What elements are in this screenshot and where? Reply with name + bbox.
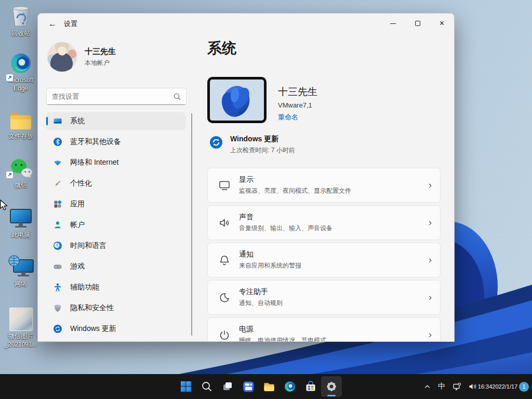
settings-button[interactable] [321, 376, 342, 397]
settings-window: ← 设置 × 十三先生 本地帐户 [37, 13, 455, 342]
profile[interactable]: 十三先生 本地帐户 [47, 42, 116, 72]
notification-badge[interactable]: 1 [519, 382, 529, 392]
back-button[interactable]: ← [44, 17, 61, 31]
card-title: 专注助手 [239, 287, 283, 297]
store-button[interactable] [300, 376, 321, 397]
chevron-right-icon: › [429, 329, 432, 340]
widgets-icon [243, 381, 255, 393]
rename-link[interactable]: 重命名 [278, 113, 298, 122]
window-title: 设置 [64, 19, 77, 29]
sidebar-item-label: 蓝牙和其他设备 [70, 137, 121, 147]
card-power[interactable]: 电源 睡眠、电池使用情况、节电模式 › [207, 317, 441, 342]
network-icon [453, 382, 462, 391]
sidebar-item-label: 系统 [70, 116, 85, 126]
task-view-icon [222, 381, 233, 392]
edge-icon [9, 52, 32, 75]
sidebar-item-system[interactable]: 系统 [46, 112, 185, 130]
search-button[interactable] [196, 376, 217, 397]
edge-button[interactable] [280, 376, 300, 397]
this-pc-icon [8, 207, 33, 230]
sidebar-item-privacy-security[interactable]: 隐私和安全性 [46, 299, 185, 317]
sidebar-item-windows-update[interactable]: Windows 更新 [46, 320, 185, 338]
sidebar-item-network-internet[interactable]: 网络和 Internet [46, 154, 185, 171]
desktop-icon-label-line2: Edge [14, 85, 28, 92]
edge-icon [284, 380, 296, 393]
shield-icon [53, 303, 62, 313]
windows-update-row[interactable]: Windows 更新 上次检查时间: 7 小时前 [209, 135, 295, 155]
sidebar-item-apps[interactable]: 应用 [46, 195, 185, 213]
image-thumbnail [9, 308, 33, 331]
sidebar-nav: 系统 蓝牙和其他设备 网络和 Internet [46, 112, 185, 341]
sidebar-item-label: 帐户 [70, 220, 85, 230]
folder-icon [9, 109, 33, 131]
card-desc: 通知、自动规则 [239, 299, 283, 308]
file-explorer-button[interactable] [259, 376, 280, 397]
person-icon [53, 220, 62, 230]
brush-icon [53, 179, 62, 188]
card-desc: 音量级别、输出、输入、声音设备 [239, 224, 332, 233]
search-input[interactable] [47, 92, 174, 100]
widgets-button[interactable] [238, 376, 259, 397]
card-display[interactable]: 显示 监视器、亮度、夜间模式、显示配置文件 › [207, 168, 441, 203]
windows-logo-icon [180, 380, 192, 393]
card-sound[interactable]: 声音 音量级别、输出、输入、声音设备 › [207, 205, 441, 240]
wifi-icon [53, 158, 62, 167]
start-button[interactable] [176, 376, 196, 397]
card-desc: 睡眠、电池使用情况、节电模式 [239, 336, 326, 342]
chevron-right-icon: › [429, 291, 432, 303]
sidebar-scrollbar[interactable] [191, 113, 192, 336]
task-view-button[interactable] [217, 376, 238, 397]
profile-type: 本地帐户 [85, 59, 116, 68]
card-focus-assist[interactable]: 专注助手 通知、自动规则 › [207, 280, 441, 315]
desktop-icon-label: 微信图片 [8, 332, 33, 340]
card-desc: 来自应用和系统的警报 [239, 261, 301, 270]
clock[interactable]: 16:34 2022/1/17 [481, 376, 515, 397]
gear-icon [326, 381, 337, 392]
desktop-icon-label: 网络 [15, 280, 27, 287]
sidebar-item-label: 时间和语言 [70, 241, 107, 250]
sidebar-item-bluetooth-devices[interactable]: 蓝牙和其他设备 [46, 133, 185, 151]
tray-overflow-button[interactable] [420, 376, 434, 397]
back-icon: ← [48, 19, 57, 28]
sidebar-item-label: 个性化 [70, 179, 92, 188]
clock-icon [53, 241, 62, 250]
chevron-right-icon: › [429, 254, 432, 265]
sidebar-item-label: 隐私和安全性 [70, 303, 114, 313]
moon-icon [218, 291, 231, 304]
desktop: 回收站 Microsoft Edge 文件存放 [0, 0, 532, 399]
network-icon [7, 255, 34, 278]
sidebar-item-accessibility[interactable]: 辅助功能 [46, 278, 185, 296]
desktop-icon-wechat-image[interactable]: 微信图片 _2021091... [1, 308, 41, 349]
apps-icon [53, 200, 62, 209]
desktop-icon-wechat[interactable]: 微信 [1, 158, 41, 190]
desktop-icon-folder[interactable]: 文件存放 [1, 109, 41, 141]
desktop-icon-recycle-bin[interactable]: 回收站 [1, 4, 41, 38]
desktop-icon-edge[interactable]: Microsoft Edge [1, 52, 41, 92]
card-title: 声音 [239, 212, 332, 222]
ime-indicator[interactable]: 中 [434, 376, 449, 397]
card-title: 通知 [239, 250, 301, 259]
desktop-icon-this-pc[interactable]: 此电脑 [1, 207, 41, 240]
recycle-bin-icon [9, 4, 33, 28]
profile-name: 十三先生 [85, 47, 116, 57]
sync-icon [53, 324, 62, 334]
sidebar-item-personalization[interactable]: 个性化 [46, 175, 185, 192]
card-notifications[interactable]: 通知 来自应用和系统的警报 › [207, 243, 441, 277]
card-desc: 监视器、亮度、夜间模式、显示配置文件 [239, 187, 351, 195]
network-tray-button[interactable] [449, 376, 465, 397]
sidebar-item-label: 辅助功能 [70, 283, 99, 292]
power-icon [218, 329, 231, 341]
clock-time: 16:34 [478, 383, 493, 391]
sidebar-item-gaming[interactable]: 游戏 [46, 258, 185, 275]
sidebar-item-time-language[interactable]: 时间和语言 [46, 237, 185, 255]
search-icon [201, 381, 212, 392]
clock-date: 2022/1/17 [492, 383, 517, 391]
device-preview-image [207, 77, 267, 123]
sidebar-item-label: 应用 [70, 200, 85, 209]
bell-icon [218, 254, 231, 267]
settings-cards: 显示 监视器、亮度、夜间模式、显示配置文件 › 声音 音量级别、输出、输入、声音… [207, 168, 441, 342]
sidebar-item-accounts[interactable]: 帐户 [46, 216, 185, 234]
accessibility-icon [53, 283, 62, 292]
desktop-icon-label-line2: _2021091... [4, 341, 37, 348]
desktop-icon-network[interactable]: 网络 [1, 255, 41, 288]
